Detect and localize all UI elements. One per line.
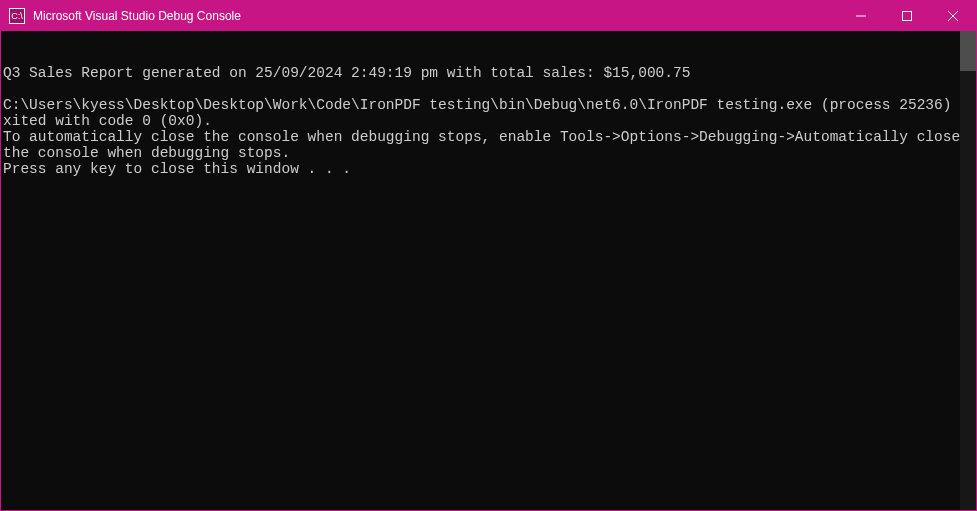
scrollbar-thumb[interactable] [960,31,976,71]
maximize-button[interactable] [884,1,930,31]
svg-rect-1 [903,12,912,21]
console-line: C:\Users\kyess\Desktop\Desktop\Work\Code… [3,97,976,129]
console-line: To automatically close the console when … [3,129,976,161]
console-line [3,81,976,97]
app-icon: C:\ [9,8,25,24]
titlebar[interactable]: C:\ Microsoft Visual Studio Debug Consol… [1,1,976,31]
window-title: Microsoft Visual Studio Debug Console [33,9,838,23]
vertical-scrollbar[interactable] [960,31,976,510]
close-button[interactable] [930,1,976,31]
window-controls [838,1,976,31]
minimize-icon [856,11,866,21]
console-line: Q3 Sales Report generated on 25/09/2024 … [3,65,976,81]
console-window: C:\ Microsoft Visual Studio Debug Consol… [0,0,977,511]
close-icon [948,11,958,21]
app-icon-label: C:\ [11,11,23,21]
maximize-icon [902,11,912,21]
minimize-button[interactable] [838,1,884,31]
console-output[interactable]: Q3 Sales Report generated on 25/09/2024 … [1,31,976,510]
console-line: Press any key to close this window . . . [3,161,976,177]
